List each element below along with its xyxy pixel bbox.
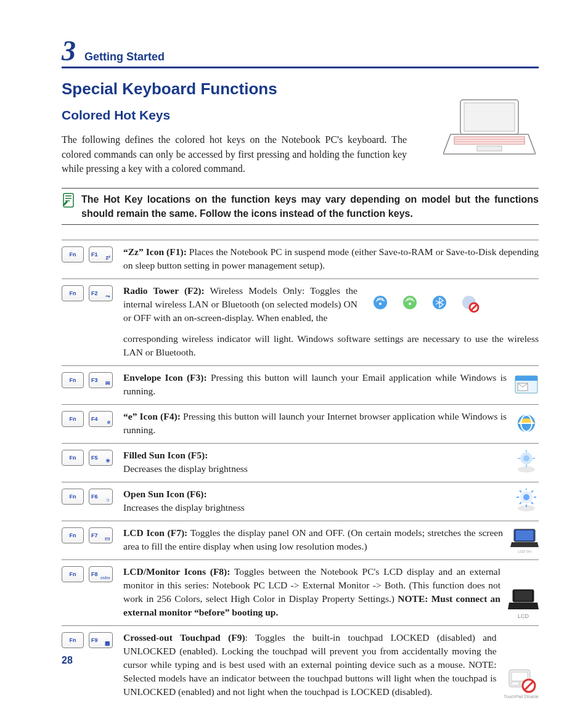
chapter-header: 3 Getting Started — [62, 37, 539, 68]
wlan-bt-on-icon — [367, 294, 393, 315]
hotkey-row-f6: Fn F6☼ Open Sun Icon (F6):Increases the … — [62, 482, 539, 521]
svg-rect-16 — [515, 376, 537, 381]
fn-key-icon: Fn — [62, 285, 84, 301]
hotkey-row-f4: Fn F4e “e” Icon (F4): Pressing this butt… — [62, 404, 539, 443]
svg-rect-27 — [516, 530, 533, 540]
svg-point-24 — [523, 494, 529, 500]
svg-rect-31 — [512, 672, 528, 681]
keycaps: Fn F1zᶻ — [62, 245, 116, 272]
note-icon — [62, 192, 75, 208]
keycaps: Fn F3✉ — [62, 371, 116, 398]
icon-caption: LCD On — [518, 550, 531, 553]
fn-key-icon: Fn — [62, 246, 84, 262]
icon-caption: TouchPad Disable — [504, 694, 539, 699]
keycaps: Fn F4e — [62, 410, 116, 437]
hotkey-description: Envelope Icon (F3): Pressing this button… — [123, 371, 507, 398]
hotkey-description-cont: corresponding wireless indicator will li… — [62, 332, 539, 359]
bt-on-icon — [427, 294, 452, 315]
chapter-number: 3 — [62, 37, 76, 65]
f7-key-icon: F7▭ — [89, 527, 113, 543]
lcd-on-icon: LCD On — [510, 526, 539, 553]
svg-rect-1 — [464, 103, 515, 131]
hotkey-description: “Zz” Icon (F1): Places the Notebook PC i… — [123, 245, 539, 272]
hotkey-description: LCD/Monitor Icons (F8): Toggles between … — [123, 565, 500, 619]
f2-key-icon: F2⤳ — [89, 285, 113, 301]
f1-key-icon: F1zᶻ — [89, 246, 113, 262]
f4-key-icon: F4e — [89, 411, 113, 427]
browser-app-icon — [514, 410, 539, 437]
hotkey-row-f2: Fn F2⤳ Radio Tower (F2): Wireless Models… — [62, 278, 539, 365]
fn-key-icon: Fn — [62, 527, 84, 543]
hotkey-description: LCD Icon (F7): Toggles the display panel… — [123, 526, 503, 553]
svg-point-8 — [379, 303, 382, 305]
note-text: The Hot Key locations on the function ke… — [81, 192, 539, 221]
fn-key-icon: Fn — [62, 489, 84, 505]
svg-rect-29 — [515, 591, 532, 601]
email-app-icon — [514, 371, 539, 398]
hotkey-row-f7: Fn F7▭ LCD Icon (F7): Toggles the displa… — [62, 521, 539, 559]
hotkey-row-f3: Fn F3✉ Envelope Icon (F3): Pressing this… — [62, 365, 539, 404]
page-number: 28 — [62, 655, 73, 666]
keycaps: Fn F5☀ — [62, 449, 116, 476]
fn-key-icon: Fn — [62, 566, 84, 582]
svg-rect-3 — [477, 146, 502, 151]
f6-key-icon: F6☼ — [89, 489, 113, 505]
note-callout: The Hot Key locations on the function ke… — [62, 188, 539, 225]
fn-key-icon: Fn — [62, 411, 84, 427]
brightness-down-icon — [514, 449, 539, 476]
svg-point-21 — [523, 455, 529, 461]
svg-rect-6 — [63, 193, 73, 207]
keycaps: Fn F6☼ — [62, 487, 116, 514]
f9-key-icon: F9▦ — [89, 632, 113, 648]
keycaps: Fn F7▭ — [62, 526, 116, 553]
hotkey-description: “e” Icon (F4): Pressing this button will… — [123, 410, 507, 437]
hotkey-description: Filled Sun Icon (F5):Decreases the displ… — [123, 449, 507, 476]
hotkey-row-f9: Fn F9▦ Crossed-out Touchpad (F9): Toggle… — [62, 625, 539, 703]
hotkey-description: Radio Tower (F2): Wireless Models Only: … — [123, 284, 357, 325]
chapter-title: Getting Started — [84, 51, 165, 62]
keycaps: Fn F2⤳ — [62, 284, 116, 325]
fn-key-icon: Fn — [62, 450, 84, 466]
hotkey-description: Crossed-out Touchpad (F9): Toggles the b… — [123, 631, 497, 699]
svg-point-10 — [409, 303, 411, 305]
brightness-up-icon — [514, 487, 539, 514]
svg-rect-32 — [512, 682, 519, 685]
svg-rect-2 — [454, 137, 525, 144]
wlan-bt-off-icon — [456, 294, 482, 315]
hotkey-row-f1: Fn F1zᶻ “Zz” Icon (F1): Places the Noteb… — [62, 240, 539, 278]
wireless-status-icons — [365, 284, 482, 325]
f5-key-icon: F5☀ — [89, 450, 113, 466]
svg-point-22 — [518, 466, 535, 473]
lcd-monitor-icon: LCD — [508, 565, 539, 619]
hotkey-row-f8: Fn F8▭/▭ LCD/Monitor Icons (F8): Toggles… — [62, 559, 539, 625]
page-title: Special Keyboard Functions — [62, 79, 539, 99]
laptop-illustration — [443, 99, 536, 157]
fn-key-icon: Fn — [62, 632, 84, 648]
hotkey-description: Open Sun Icon (F6):Increases the display… — [123, 487, 507, 514]
intro-paragraph: The following defines the colored hot ke… — [62, 132, 407, 176]
icon-caption: LCD — [518, 613, 529, 619]
hotkey-row-f5: Fn F5☀ Filled Sun Icon (F5):Decreases th… — [62, 443, 539, 482]
fn-key-icon: Fn — [62, 372, 84, 388]
keycaps: Fn F8▭/▭ — [62, 565, 116, 619]
touchpad-disable-icon: TouchPad Disable — [504, 631, 539, 699]
f8-key-icon: F8▭/▭ — [89, 566, 113, 582]
wlan-on-icon — [397, 294, 423, 315]
f3-key-icon: F3✉ — [89, 372, 113, 388]
hotkey-table: Fn F1zᶻ “Zz” Icon (F1): Places the Noteb… — [62, 240, 539, 703]
